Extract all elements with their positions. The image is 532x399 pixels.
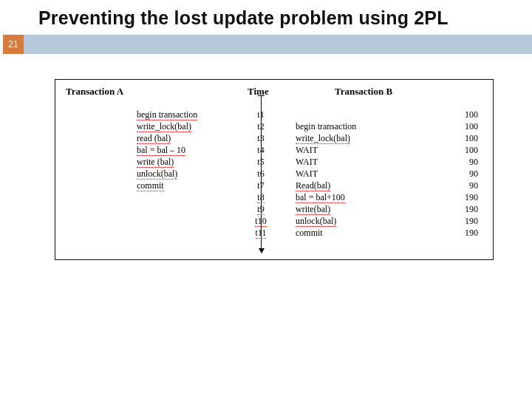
cell-trans-b: bal = bal+100 [296, 192, 451, 203]
cell-trans-b: commit [296, 228, 451, 239]
table-row: bal = bal – 10t4WAIT100 [55, 145, 493, 157]
cell-time: t11 [248, 228, 274, 239]
table-row: t11commit190 [55, 228, 493, 239]
page-number: 21 [3, 35, 24, 54]
cell-trans-a: write_lock(bal) [137, 121, 248, 132]
cell-trans-b: begin transaction [296, 121, 451, 132]
table-row: t10unlock(bal)190 [55, 216, 493, 228]
table-row: begin transactiont1100 [55, 109, 493, 121]
cell-balance: 190 [444, 192, 478, 203]
cell-balance: 100 [444, 109, 478, 120]
slide-title: Preventing the lost update problem using… [0, 0, 532, 35]
cell-time: t5 [248, 157, 274, 168]
cell-balance: 190 [444, 216, 478, 227]
cell-balance: 100 [444, 121, 478, 132]
cell-trans-a: read (bal) [137, 133, 248, 144]
cell-time: t2 [248, 121, 274, 132]
table-row: write (bal)t5WAIT90 [55, 157, 493, 168]
cell-trans-b: write_lock(bal) [296, 133, 451, 144]
cell-trans-a: write (bal) [137, 157, 248, 168]
cell-balance: 190 [444, 228, 478, 239]
cell-balance: 100 [444, 145, 478, 156]
cell-time: t3 [248, 133, 274, 144]
cell-balance: 90 [444, 157, 478, 168]
cell-trans-b: WAIT [296, 145, 451, 156]
cell-balance: 90 [444, 180, 478, 191]
cell-trans-a: bal = bal – 10 [137, 145, 248, 156]
cell-trans-b: WAIT [296, 168, 451, 180]
cell-balance: 100 [444, 133, 478, 144]
cell-time: t1 [248, 109, 274, 120]
cell-trans-a: commit [137, 180, 248, 191]
table-row: unlock(bal)t6WAIT90 [55, 168, 493, 180]
cell-time: t7 [248, 180, 274, 191]
cell-time: t6 [248, 168, 274, 180]
transaction-rows: begin transactiont1100write_lock(bal)t2b… [55, 109, 493, 239]
cell-trans-a: unlock(bal) [137, 168, 248, 180]
cell-trans-b: unlock(bal) [296, 216, 451, 227]
table-row: write_lock(bal)t2begin transaction100 [55, 121, 493, 133]
table-row: committ7Read(bal)90 [55, 180, 493, 192]
table-row: read (bal)t3write_lock(bal)100 [55, 133, 493, 145]
table-row: t9write(bal)190 [55, 204, 493, 216]
cell-balance: 90 [444, 168, 478, 180]
header-band: 21 [24, 35, 532, 54]
cell-trans-b: write(bal) [296, 204, 451, 215]
table-row: t8bal = bal+100190 [55, 192, 493, 204]
col-header-transaction-a: Transaction A [66, 86, 123, 98]
cell-time: t8 [248, 192, 274, 203]
cell-trans-b: Read(bal) [296, 180, 451, 191]
cell-time: t4 [248, 145, 274, 156]
cell-trans-b: WAIT [296, 157, 451, 168]
col-header-transaction-b: Transaction B [335, 86, 392, 98]
cell-balance: 190 [444, 204, 478, 215]
cell-trans-a: begin transaction [137, 109, 248, 120]
cell-time: t9 [248, 204, 274, 215]
cell-time: t10 [248, 216, 274, 227]
figure-frame: Transaction A Time Transaction B begin t… [55, 79, 494, 260]
